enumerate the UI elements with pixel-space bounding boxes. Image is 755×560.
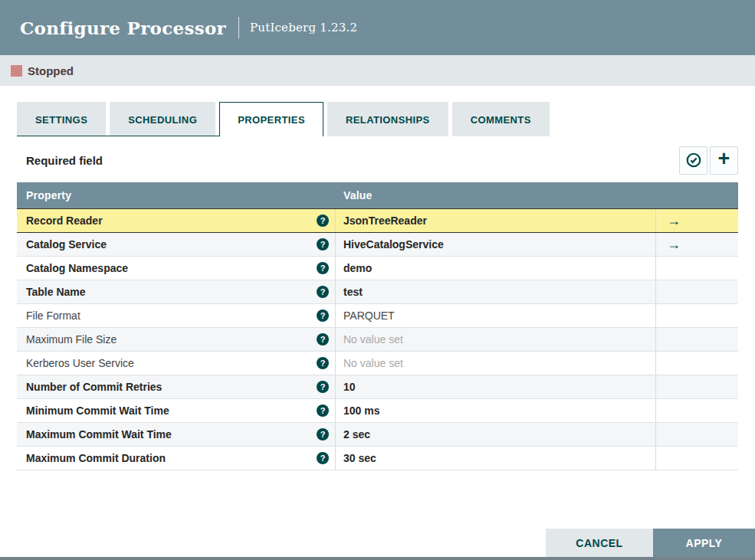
actions-cell (656, 352, 738, 375)
table-header-row: Property Value (17, 182, 738, 208)
help-question-icon[interactable]: ? (317, 428, 329, 440)
help-question-icon[interactable]: ? (317, 309, 329, 322)
property-row[interactable]: Maximum Commit Duration ? 30 sec (17, 447, 738, 470)
value-cell[interactable]: 2 sec (336, 423, 656, 446)
add-property-button[interactable]: + (710, 146, 738, 175)
help-question-icon[interactable]: ? (317, 381, 329, 393)
help-question-icon[interactable]: ? (317, 404, 329, 417)
property-value: No value set (343, 333, 403, 345)
properties-table: Property Value Record Reader ? JsonTreeR… (17, 182, 738, 470)
property-cell: Catalog Service ? (17, 233, 336, 256)
property-cell: Catalog Namespace ? (17, 257, 336, 280)
status-bar: Stopped (0, 55, 755, 86)
configure-processor-dialog: Configure Processor PutIceberg 1.23.2 St… (0, 0, 755, 560)
property-name: Maximum Commit Duration (26, 452, 166, 464)
value-cell[interactable]: 10 (336, 375, 656, 398)
property-value: HiveCatalogService (343, 238, 444, 251)
help-question-icon[interactable]: ? (317, 262, 329, 274)
dialog-title: Configure Processor (20, 18, 226, 38)
column-header-property: Property (17, 189, 336, 201)
property-cell: Maximum Commit Wait Time ? (17, 423, 336, 446)
tab-underline (17, 136, 219, 136)
tab-scheduling[interactable]: SCHEDULING (110, 102, 215, 136)
property-cell: Number of Commit Retries ? (17, 375, 336, 398)
property-row[interactable]: Catalog Service ? HiveCatalogService → (17, 233, 738, 257)
property-value: 2 sec (343, 428, 370, 440)
tab-properties[interactable]: PROPERTIES (219, 102, 323, 136)
property-name: Catalog Namespace (26, 262, 128, 274)
cancel-button[interactable]: CANCEL (546, 529, 653, 557)
tab-settings[interactable]: SETTINGS (17, 102, 106, 136)
value-cell[interactable]: test (336, 280, 656, 303)
actions-cell: → (656, 209, 738, 232)
property-value: demo (343, 262, 372, 274)
status-label: Stopped (28, 64, 74, 77)
dialog-header: Configure Processor PutIceberg 1.23.2 (0, 0, 755, 55)
value-cell[interactable]: 100 ms (336, 399, 656, 422)
actions-cell (656, 399, 738, 422)
help-question-icon[interactable]: ? (317, 238, 329, 251)
property-cell: Maximum File Size ? (17, 328, 336, 351)
property-row[interactable]: File Format ? PARQUET (17, 304, 738, 328)
property-value: PARQUET (343, 309, 395, 322)
property-cell: Maximum Commit Duration ? (17, 447, 336, 470)
processor-type-version: PutIceberg 1.23.2 (250, 21, 357, 34)
actions-cell (656, 375, 738, 398)
column-header-value: Value (336, 189, 656, 201)
value-cell[interactable]: 30 sec (336, 447, 656, 470)
property-name: Minimum Commit Wait Time (26, 404, 169, 417)
property-row[interactable]: Kerberos User Service ? No value set (17, 352, 738, 375)
help-question-icon[interactable]: ? (317, 357, 329, 369)
go-to-service-arrow-icon[interactable]: → (667, 214, 681, 228)
property-name: File Format (26, 309, 80, 322)
verify-properties-button[interactable] (679, 146, 707, 175)
help-question-icon[interactable]: ? (317, 333, 329, 345)
property-name: Table Name (26, 286, 86, 298)
property-name: Catalog Service (26, 238, 107, 251)
dialog-bottom-edge (0, 557, 755, 560)
actions-cell (656, 447, 738, 470)
apply-button[interactable]: APPLY (653, 529, 755, 557)
value-cell[interactable]: No value set (336, 352, 656, 375)
property-cell: File Format ? (17, 304, 336, 327)
property-row[interactable]: Minimum Commit Wait Time ? 100 ms (17, 399, 738, 423)
properties-toolbar: Required field + (17, 146, 738, 175)
value-cell[interactable]: demo (336, 257, 656, 280)
property-row[interactable]: Maximum File Size ? No value set (17, 328, 738, 352)
property-value: No value set (343, 357, 403, 369)
property-row[interactable]: Maximum Commit Wait Time ? 2 sec (17, 423, 738, 447)
actions-cell (656, 257, 738, 280)
help-question-icon[interactable]: ? (317, 286, 329, 298)
value-cell[interactable]: PARQUET (336, 304, 656, 327)
toolbar-buttons: + (679, 146, 738, 175)
property-row[interactable]: Table Name ? test (17, 280, 738, 304)
tab-relationships[interactable]: RELATIONSHIPS (327, 102, 448, 136)
help-question-icon[interactable]: ? (317, 215, 329, 227)
property-value: test (343, 286, 363, 298)
actions-cell: → (656, 233, 738, 256)
check-circle-icon (685, 152, 702, 169)
actions-cell (656, 280, 738, 303)
stopped-state-icon (11, 65, 22, 77)
title-divider (238, 17, 239, 38)
actions-cell (656, 423, 738, 446)
property-cell: Record Reader ? (17, 209, 336, 232)
property-row[interactable]: Catalog Namespace ? demo (17, 257, 738, 280)
value-cell[interactable]: No value set (336, 328, 656, 351)
property-value: 10 (343, 381, 356, 393)
property-name: Record Reader (26, 215, 103, 227)
property-row[interactable]: Number of Commit Retries ? 10 (17, 375, 738, 399)
dialog-footer: CANCEL APPLY (0, 529, 755, 557)
value-cell[interactable]: JsonTreeReader (336, 209, 656, 232)
help-question-icon[interactable]: ? (317, 452, 329, 464)
property-value: JsonTreeReader (343, 215, 427, 227)
property-cell: Table Name ? (17, 280, 336, 303)
property-value: 30 sec (343, 452, 376, 464)
go-to-service-arrow-icon[interactable]: → (667, 237, 681, 251)
property-cell: Minimum Commit Wait Time ? (17, 399, 336, 422)
property-value: 100 ms (343, 404, 379, 417)
value-cell[interactable]: HiveCatalogService (336, 233, 656, 256)
property-row[interactable]: Record Reader ? JsonTreeReader → (17, 208, 738, 233)
tab-comments[interactable]: COMMENTS (452, 102, 550, 136)
property-cell: Kerberos User Service ? (17, 352, 336, 375)
